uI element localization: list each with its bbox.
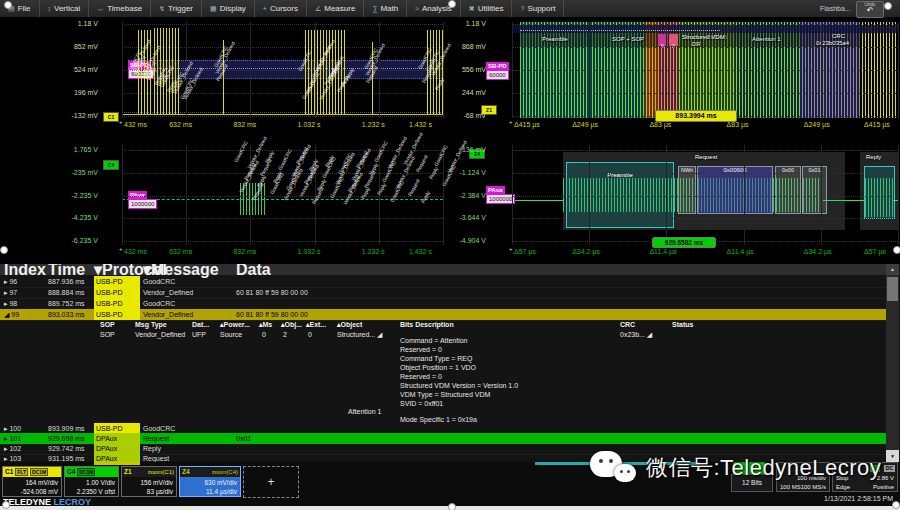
trace-flat-1	[512, 200, 563, 201]
grid-line-h	[122, 241, 443, 242]
decode-annotation-scribble: GoodCRC	[321, 156, 337, 179]
y-axis-tick: -2.235 V	[38, 192, 98, 199]
trigger-coupling-badge: DC	[884, 465, 895, 472]
col-header-message[interactable]: ▾Message	[143, 264, 219, 275]
sub-col-header[interactable]: ▴Obj...	[281, 321, 302, 329]
sub-col-header[interactable]: ▴Power...	[220, 321, 250, 329]
grid-line-v	[512, 22, 513, 118]
col-header-index[interactable]: Index	[4, 264, 46, 275]
envelope-dotted-line	[520, 30, 720, 31]
selection-handle[interactable]	[448, 0, 456, 8]
x-axis-tick: Δ415 µs	[864, 121, 890, 128]
menu-item-label: Display	[220, 4, 246, 13]
y-axis-tick: 196 mV	[38, 89, 98, 96]
grid-line-v	[898, 145, 899, 245]
selection-handle[interactable]	[893, 246, 900, 254]
x-axis-tick: Δ83 µs	[649, 121, 671, 128]
menu-item-measure[interactable]: ∠Measure	[307, 0, 364, 17]
y-axis-tick: -3.644 V	[426, 214, 486, 221]
col-header-time[interactable]: Time	[48, 264, 85, 275]
decode-annotation-scribble: GoodCRC	[277, 148, 293, 171]
menu-item-cursors[interactable]: +Cursors	[255, 0, 307, 17]
table-row[interactable]: ◢ 99893.033 msUSB-PDVendor_Defined60 81 …	[0, 309, 886, 321]
sub-col-header[interactable]: Status	[672, 321, 693, 328]
descriptor-id: Z4	[182, 468, 190, 475]
descriptor-box-z4[interactable]: Z4zoom(C4)630 mV/div11.4 µs/div	[179, 466, 241, 497]
x-axis-tick: 432 ms	[124, 248, 147, 255]
crc-band-label: CRC	[832, 33, 845, 39]
c1-channel-marker[interactable]: C1	[103, 112, 119, 122]
z1-time-cursor-label: 893.3994 ms	[655, 110, 737, 122]
x-axis-tick: 632 ms	[169, 121, 192, 128]
x-axis-tick: 1.032 s	[298, 121, 321, 128]
x-axis-tick: 1.232 s	[362, 121, 385, 128]
grid-line-h	[512, 150, 898, 151]
sub-col-header[interactable]: ▴Object	[337, 321, 362, 329]
selection-handle[interactable]	[0, 246, 8, 254]
menu-item-label: Trigger	[168, 4, 193, 13]
add-trace-button[interactable]: +	[243, 466, 299, 498]
bits-description-line: Structured VDM Version = Version 1.0	[400, 381, 518, 390]
selection-handle[interactable]	[4, 1, 12, 9]
sub-col-header[interactable]: Dat...	[192, 321, 209, 328]
selection-handle[interactable]	[884, 2, 892, 10]
x-axis-tick: 1.432 s	[409, 121, 432, 128]
y-axis-tick: 524 mV	[38, 66, 98, 73]
sub-col-header[interactable]: SOP	[100, 321, 115, 328]
grid-line-h	[512, 70, 898, 71]
menu-item-math[interactable]: ∑Math	[364, 0, 407, 17]
selection-handle[interactable]	[2, 501, 10, 509]
row-message: Vendor_Defined	[143, 287, 193, 298]
menu-item-vertical[interactable]: ↕Vertical	[40, 0, 90, 17]
decode-annotation-scribble: Reply	[368, 162, 379, 176]
z4-time-cursor-label: 929.6582 ms	[652, 237, 716, 248]
descriptor-offset: 83 µs/div	[147, 488, 173, 495]
menu-item-timebase[interactable]: ↔Timebase	[89, 0, 151, 17]
table-scrollbar[interactable]: ▲ ▼	[886, 264, 899, 462]
menu-item-label: Vertical	[54, 4, 80, 13]
trigger-time-marker: +	[509, 246, 513, 252]
selection-handle[interactable]	[448, 503, 456, 510]
sub-col-header[interactable]: Msg Type	[135, 321, 167, 328]
x-axis-tick: Δ34.2 µs	[804, 248, 832, 255]
y-axis-tick: -68 mV	[426, 112, 486, 119]
scrollbar-thumb[interactable]	[887, 277, 898, 301]
waveform-panel-c4[interactable]: PAux 1000000 GoodCRCVendor_DefinedReques…	[122, 145, 443, 245]
descriptor-box-z1[interactable]: Z1zoom(C1)156 mV/div83 µs/div	[121, 466, 177, 497]
menu-item-display[interactable]: ▦Display	[202, 0, 255, 17]
scroll-up-button[interactable]: ▲	[886, 264, 899, 275]
descriptor-box-c4[interactable]: C4DC1M1.00 V/div2.2350 V ofst	[64, 466, 119, 497]
grid-line-v	[821, 145, 822, 245]
waveform-panel-z1[interactable]: Vendor_Defined Preamble SOP + SOP 0 2 St…	[512, 22, 898, 118]
menu-item-support[interactable]: ?Support	[512, 0, 564, 17]
decode-annotation-scribble: GoodCRC	[373, 140, 389, 163]
sub-col-header[interactable]: Bits Description	[400, 321, 454, 328]
descriptor-box-c1[interactable]: C1FLTDC1M164 mV/div-524.008 mV	[2, 466, 62, 497]
sub-row-value: 0	[262, 331, 266, 338]
menu-item-utilities[interactable]: ✖Utilities	[461, 0, 513, 17]
row-protocol-cell: USB-PD	[94, 287, 140, 298]
c4-channel-marker[interactable]: C4	[103, 160, 119, 170]
menu-item-trigger[interactable]: ↯Trigger	[151, 0, 202, 17]
grid-line-h	[512, 47, 898, 48]
cursors-icon: +	[263, 5, 267, 12]
table-header-row: IndexTime▾Protocol▾MessageData	[0, 264, 886, 275]
selection-handle[interactable]	[892, 501, 900, 509]
decode-bitrate-label: 1000000	[486, 194, 515, 204]
row-time: 887.936 ms	[48, 276, 85, 287]
scroll-down-button[interactable]: ▼	[886, 450, 899, 462]
col-header-data[interactable]: Data	[236, 264, 271, 275]
waveform-panel-z4[interactable]: Preamble Request NWri 0x00600 0x00 0x01 …	[512, 145, 898, 245]
protocol-results-table[interactable]: IndexTime▾Protocol▾MessageData▸ 96887.93…	[0, 264, 900, 466]
sub-col-header[interactable]: CRC	[620, 321, 635, 328]
y-axis-tick: 244 mV	[426, 89, 486, 96]
sub-row-value: Structured... ◢	[337, 331, 382, 339]
flashback-label: Flashba...	[820, 5, 851, 12]
vertical-icon: ↕	[48, 5, 52, 12]
row-data: 60 81 80 ff 59 80 00 00	[236, 287, 308, 298]
waveform-panel-c1[interactable]: SB-PD 600000 GoodCRCVendor_DefinedReques…	[122, 22, 443, 118]
x-axis-tick: 1.432 s	[409, 248, 432, 255]
undo-button[interactable]: Undo ↶	[856, 1, 884, 18]
sub-col-header[interactable]: ▴Ms	[259, 321, 272, 329]
sub-col-header[interactable]: ▴Ext...	[306, 321, 326, 329]
